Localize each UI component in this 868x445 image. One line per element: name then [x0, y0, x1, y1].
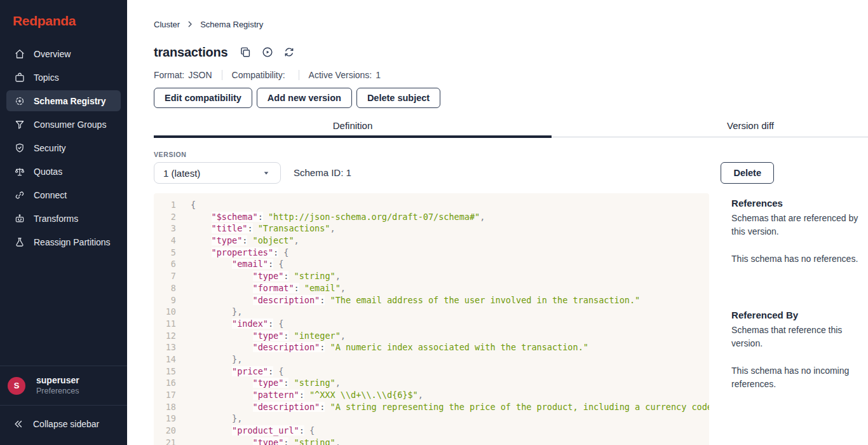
sidebar-item-label: Overview	[34, 49, 71, 59]
referenced-by-section: Referenced By Schemas that reference thi…	[731, 310, 868, 391]
line-number: 16	[154, 377, 176, 389]
sidebar-item-transforms[interactable]: Transforms	[6, 208, 121, 229]
code-line: 19 },	[154, 413, 709, 425]
line-number: 1	[154, 199, 176, 211]
code-line: 14 },	[154, 353, 709, 366]
version-select-value: 1 (latest)	[163, 168, 261, 179]
references-section: References Schemas that are referenced b…	[731, 198, 868, 266]
code-text: "type": "string",	[176, 270, 341, 282]
collapse-sidebar-button[interactable]: Collapse sidebar	[0, 406, 127, 445]
code-text: "format": "email",	[176, 282, 346, 294]
consumer-groups-icon	[14, 119, 25, 130]
code-text: "type": "string",	[176, 377, 341, 389]
line-number: 3	[154, 222, 176, 235]
version-select[interactable]: 1 (latest)	[154, 162, 281, 184]
chevron-right-icon	[186, 20, 194, 29]
code-line: 6 "email": {	[154, 258, 709, 270]
sidebar-item-label: Topics	[34, 72, 59, 83]
referenced-by-description: Schemas that reference this version.	[731, 324, 868, 350]
referenced-by-empty-text: This schema has no incoming references.	[731, 364, 868, 391]
refresh-icon[interactable]	[283, 46, 295, 58]
compatibility-label: Compatibility:	[232, 70, 285, 80]
delete-subject-button[interactable]: Delete subject	[356, 88, 440, 108]
sidebar-item-quotas[interactable]: Quotas	[6, 161, 121, 182]
version-label: VERSION	[154, 151, 281, 158]
references-panel: References Schemas that are referenced b…	[731, 193, 868, 391]
tab-definition[interactable]: Definition	[154, 120, 552, 136]
add-new-version-button[interactable]: Add new version	[257, 88, 352, 108]
code-line: 2 "$schema": "http://json-schema.org/dra…	[154, 211, 709, 223]
sidebar-nav: OverviewTopicsSchema RegistryConsumer Gr…	[0, 36, 127, 252]
tab-version-diff[interactable]: Version diff	[552, 120, 868, 136]
sidebar-item-schema-registry[interactable]: Schema Registry	[6, 90, 121, 111]
code-text: },	[176, 306, 242, 318]
code-line: 7 "type": "string",	[154, 270, 709, 282]
breadcrumb-cluster[interactable]: Cluster	[154, 20, 180, 29]
code-text: {	[176, 199, 196, 211]
code-text: "description": "A string representing th…	[176, 401, 709, 413]
code-line: 4 "type": "object",	[154, 235, 709, 247]
sidebar-item-label: Consumer Groups	[34, 120, 106, 130]
code-line: 17 "pattern": "^XXX \\d+\\.\\d{6}$",	[154, 389, 709, 401]
home-icon	[14, 48, 25, 60]
code-text: "index": {	[176, 318, 283, 330]
sidebar-item-overview[interactable]: Overview	[6, 43, 121, 64]
code-line: 12 "type": "integer",	[154, 330, 709, 342]
breadcrumb-schema-registry[interactable]: Schema Registry	[200, 20, 263, 29]
sidebar-item-label: Transforms	[34, 214, 78, 224]
code-line: 18 "description": "A string representing…	[154, 401, 709, 413]
references-description: Schemas that are referenced by this vers…	[731, 212, 868, 238]
format-label: Format:	[154, 70, 184, 80]
code-line: 10 },	[154, 306, 709, 318]
connect-icon	[14, 189, 25, 201]
caret-down-icon	[261, 168, 271, 178]
line-number: 18	[154, 401, 176, 413]
app-root: Redpanda OverviewTopicsSchema RegistryCo…	[0, 0, 868, 445]
code-text: "pattern": "^XXX \\d+\\.\\d{6}$",	[176, 389, 423, 401]
code-line: 20 "product_url": {	[154, 425, 709, 437]
sidebar-item-topics[interactable]: Topics	[6, 67, 121, 88]
schema-registry-icon	[14, 95, 25, 107]
line-number: 7	[154, 270, 176, 282]
copy-icon[interactable]	[240, 46, 252, 58]
user-preferences-link[interactable]: Preferences	[36, 386, 79, 397]
sidebar-item-reassign-partitions[interactable]: Reassign Partitions	[6, 231, 121, 252]
delete-version-button[interactable]: Delete	[721, 162, 774, 184]
active-versions-value: 1	[376, 70, 381, 80]
references-title: References	[731, 198, 868, 208]
line-number: 20	[154, 425, 176, 437]
tab-bar: Definition Version diff	[154, 120, 868, 138]
play-circle-icon[interactable]	[261, 46, 274, 58]
sidebar-item-consumer-groups[interactable]: Consumer Groups	[6, 114, 121, 135]
code-line: 11 "index": {	[154, 318, 709, 330]
references-empty-text: This schema has no references.	[731, 252, 868, 266]
line-number: 12	[154, 330, 176, 342]
sidebar-item-connect[interactable]: Connect	[6, 184, 121, 205]
code-text: "product_url": {	[176, 425, 315, 437]
sidebar-item-label: Security	[34, 143, 66, 153]
code-line: 3 "title": "Transactions",	[154, 222, 709, 235]
line-number: 14	[154, 353, 176, 366]
edit-compatibility-button[interactable]: Edit compatibility	[154, 88, 252, 108]
line-number: 13	[154, 341, 176, 353]
code-text: "type": "object",	[176, 235, 299, 247]
code-text: "$schema": "http://json-schema.org/draft…	[176, 211, 485, 223]
code-text: "description": "The email address of the…	[176, 294, 640, 306]
line-number: 5	[154, 247, 176, 259]
line-number: 15	[154, 366, 176, 378]
sidebar-item-label: Quotas	[34, 167, 62, 177]
main-panel: Cluster Schema Registry transactions	[127, 0, 868, 445]
line-number: 9	[154, 294, 176, 306]
active-versions-label: Active Versions:	[309, 70, 372, 80]
code-line: 21 "type": "string",	[154, 437, 709, 445]
code-line: 13 "description": "A numeric index assoc…	[154, 341, 709, 353]
schema-code-editor[interactable]: 1{2 "$schema": "http://json-schema.org/d…	[154, 193, 709, 445]
code-text: "price": {	[176, 366, 283, 378]
referenced-by-title: Referenced By	[731, 310, 868, 320]
user-profile[interactable]: S superuser Preferences	[0, 366, 127, 405]
code-text: "properties": {	[176, 247, 288, 259]
schema-id-text: Schema ID: 1	[294, 167, 351, 178]
line-number: 21	[154, 437, 176, 445]
sidebar-item-security[interactable]: Security	[6, 137, 121, 158]
meta-divider	[222, 70, 222, 80]
